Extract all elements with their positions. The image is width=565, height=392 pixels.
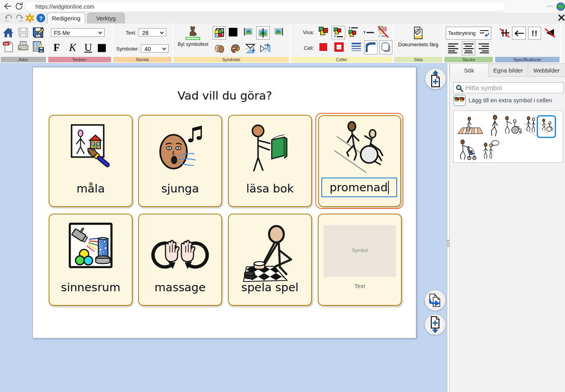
- text-size-label: Text:: [126, 30, 136, 36]
- print-button[interactable]: [17, 41, 29, 53]
- add-extra-symbol-label: Lägg till en extra symbol i cellen: [468, 97, 552, 103]
- image-align-center-button[interactable]: [256, 26, 270, 40]
- skin-tone-button[interactable]: [215, 44, 224, 53]
- flip-symbol-button[interactable]: [260, 44, 271, 54]
- browser-menu-icon[interactable]: ...: [547, 1, 553, 9]
- cell-text-input[interactable]: promenad: [321, 178, 397, 197]
- cell-sjunga[interactable]: sjunga: [138, 115, 222, 207]
- sidebar-tab-webbilder[interactable]: Webbilder: [528, 64, 565, 77]
- group-tecken: FS Me F K U Tecken:: [47, 24, 112, 63]
- close-icon[interactable]: [557, 13, 565, 22]
- document-title[interactable]: Vad vill du göra?: [33, 89, 417, 102]
- cell-empty[interactable]: Symbol Text: [318, 214, 402, 306]
- font-family-select[interactable]: FS Me: [51, 28, 105, 37]
- symbol-search-input[interactable]: Hitta symbol: [453, 82, 564, 93]
- emphasis-button[interactable]: !!: [528, 27, 541, 40]
- browser-reload-icon[interactable]: [15, 2, 24, 11]
- undo-icon[interactable]: [4, 13, 13, 23]
- cell-shadow-button[interactable]: [379, 40, 392, 54]
- document-color-button[interactable]: Dokumentets färg: [394, 27, 443, 47]
- cell-mala[interactable]: måla: [49, 115, 133, 207]
- svg-text:?: ?: [39, 15, 42, 22]
- past-tense-button[interactable]: [512, 27, 526, 40]
- home-button[interactable]: [2, 27, 14, 38]
- show-nothing-button[interactable]: T: [377, 26, 389, 38]
- save-template-button[interactable]: [32, 41, 44, 53]
- show-symbols-only-button[interactable]: [319, 27, 329, 37]
- show-text-only-button[interactable]: T: [363, 30, 374, 34]
- text-color-button[interactable]: [98, 44, 106, 52]
- align-right-button[interactable]: [478, 43, 489, 53]
- help-icon[interactable]: ?: [36, 13, 46, 23]
- textbrytning-label: Textbrytning: [448, 30, 476, 36]
- duplicate-page-icon: [428, 293, 442, 307]
- duplicate-page-button[interactable]: [425, 290, 446, 311]
- result-walk[interactable]: [487, 115, 501, 137]
- cell-spela-spel[interactable]: spela spel: [228, 214, 312, 306]
- document-color-label: Dokumentets färg: [394, 42, 443, 47]
- symbol-size-select[interactable]: 40: [141, 44, 169, 53]
- cell-massage[interactable]: massage: [138, 214, 222, 306]
- symbol-black-button[interactable]: [229, 28, 237, 36]
- result-crosswalk[interactable]: [457, 116, 484, 136]
- globe-favicon[interactable]: [556, 2, 565, 11]
- font-family-value: FS Me: [54, 30, 70, 36]
- browser-address-bar[interactable]: https://widgitonline.com: [24, 1, 506, 12]
- panel-resize-divider[interactable]: [447, 63, 450, 392]
- cell-promenad-selected[interactable]: promenad: [318, 115, 401, 207]
- result-stroller[interactable]: [457, 140, 479, 161]
- tab-redigering[interactable]: Redigering: [47, 13, 85, 24]
- group-symboler: Byt symboltext: [173, 24, 290, 63]
- result-push-wheelchair[interactable]: [502, 115, 524, 136]
- save-button[interactable]: [17, 27, 29, 38]
- align-center-button[interactable]: [462, 41, 475, 55]
- group-label-celler: Celler: [291, 57, 392, 62]
- add-page-after-button[interactable]: [425, 314, 446, 335]
- mosaic-icon: [215, 28, 224, 38]
- cell-fill-color-button[interactable]: [318, 42, 329, 53]
- image-align-right-button[interactable]: [274, 27, 283, 36]
- result-walk-downhill[interactable]: [523, 115, 538, 136]
- show-symbols-and-text-button[interactable]: T: [332, 26, 345, 39]
- save-as-button[interactable]: [32, 27, 44, 38]
- cell-border-color-button[interactable]: [334, 42, 344, 52]
- result-walk-and-talk[interactable]: [481, 140, 500, 160]
- symbol-color-mosaic-button[interactable]: [213, 26, 226, 40]
- svg-text:T: T: [348, 26, 350, 30]
- no-qualifier-button[interactable]: [499, 27, 510, 38]
- app-tab-row: ? Redigering Verktyg: [0, 13, 565, 24]
- text-caret: [388, 181, 389, 194]
- redo-icon[interactable]: [15, 13, 24, 23]
- bold-button[interactable]: F: [53, 42, 60, 54]
- pdf-button[interactable]: PDF: [2, 41, 14, 53]
- sidebar-tab-egna-bilder[interactable]: Egna bilder: [488, 64, 528, 77]
- add-extra-symbol-button[interactable]: [454, 95, 466, 106]
- result-selected-promenad[interactable]: [537, 115, 556, 138]
- cell-corner-radius-button[interactable]: [364, 40, 377, 54]
- tab-verktyg[interactable]: Verktyg: [87, 13, 125, 24]
- palette-button[interactable]: [231, 44, 240, 53]
- align-left-button[interactable]: [448, 43, 459, 53]
- symbol-to-text-button[interactable]: [245, 44, 256, 54]
- browser-toolbar: https://widgitonline.com ...: [0, 0, 565, 13]
- cell-sinnesrum[interactable]: sinnesrum: [49, 214, 133, 306]
- group-label-tecken: Tecken:: [48, 57, 111, 62]
- text-size-select[interactable]: 28: [139, 28, 166, 36]
- document-page[interactable]: Vad vill du göra? måla sjunga läsa bok p…: [33, 67, 416, 338]
- byt-symboltext-button[interactable]: Byt symboltext: [178, 26, 208, 49]
- no-plural-button[interactable]: [544, 27, 556, 38]
- add-page-before-button[interactable]: [425, 68, 446, 89]
- italic-button[interactable]: K: [69, 42, 76, 54]
- cell-lasa-bok[interactable]: läsa bok: [228, 115, 312, 207]
- underline-button[interactable]: U: [84, 42, 92, 54]
- search-icon: [455, 84, 464, 93]
- textbrytning-button[interactable]: Textbrytning: [446, 27, 491, 40]
- settings-gear-icon[interactable]: [25, 13, 35, 23]
- image-align-left-button[interactable]: [244, 27, 253, 36]
- show-text-top-button[interactable]: T: [348, 26, 359, 39]
- svg-text:T: T: [378, 34, 380, 38]
- cell-word: spela spel: [229, 281, 311, 294]
- sidebar-tab-sok[interactable]: Sök: [450, 64, 488, 77]
- browser-back-icon[interactable]: [3, 2, 13, 11]
- cell-line-width-button[interactable]: [351, 42, 361, 52]
